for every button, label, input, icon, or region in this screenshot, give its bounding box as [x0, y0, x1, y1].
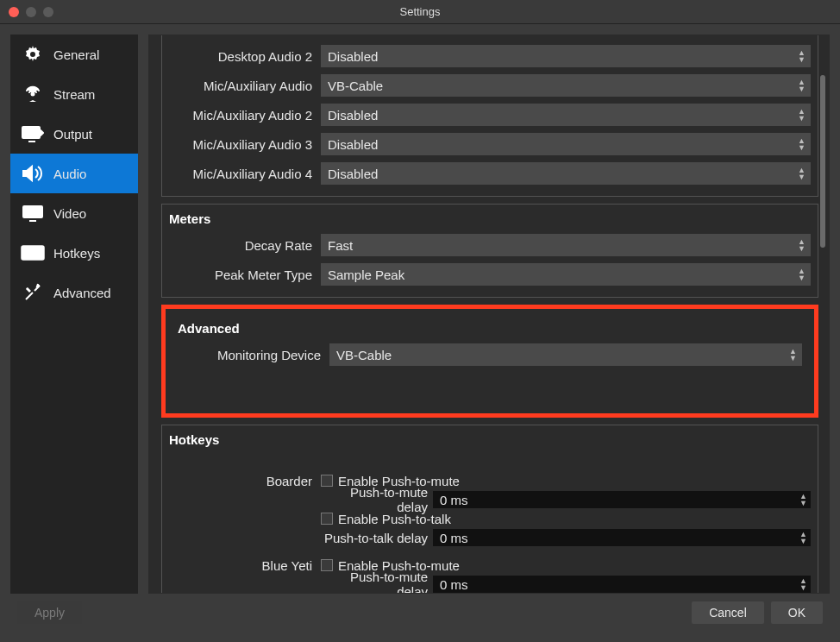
settings-content: Desktop Audio 2 Disabled ▲▼ Mic/Auxiliar… — [148, 35, 830, 594]
sidebar-item-advanced[interactable]: Advanced — [10, 273, 138, 312]
field-label: Desktop Audio 2 — [169, 49, 321, 64]
select-stepper-icon: ▲▼ — [798, 104, 806, 126]
dialog-footer: Apply Cancel OK — [0, 594, 840, 632]
select-stepper-icon: ▲▼ — [798, 234, 806, 256]
svg-point-1 — [29, 51, 36, 58]
spin-value: 0 ms — [440, 493, 468, 507]
titlebar: Settings — [0, 0, 840, 24]
keyboard-icon — [21, 243, 45, 262]
field-label: Push-to-mute delay — [321, 570, 433, 593]
field-label: Push-to-talk delay — [321, 531, 433, 545]
svg-point-2 — [32, 93, 34, 96]
sidebar-item-stream[interactable]: Stream — [10, 74, 138, 114]
mic-aux-audio-3-select[interactable]: Disabled ▲▼ — [321, 133, 811, 155]
spin-value: 0 ms — [440, 531, 468, 545]
mic-aux-audio-2-select[interactable]: Disabled ▲▼ — [321, 104, 811, 126]
svg-rect-13 — [30, 255, 37, 257]
svg-point-10 — [38, 249, 40, 251]
tools-icon — [21, 283, 45, 302]
select-value: Disabled — [328, 167, 378, 181]
settings-sidebar: General Stream Output A — [10, 35, 138, 594]
ok-button[interactable]: OK — [771, 601, 823, 624]
spin-stepper-icon: ▲▼ — [799, 529, 807, 546]
push-to-mute-delay-input[interactable]: 0 ms ▲▼ — [433, 491, 811, 508]
select-stepper-icon: ▲▼ — [789, 343, 797, 366]
hotkeys-group: Hotkeys Boarder Enable Push-to-mute Push… — [161, 425, 818, 593]
field-label: Peak Meter Type — [169, 268, 321, 282]
apply-button[interactable]: Apply — [17, 601, 82, 624]
svg-point-6 — [24, 249, 26, 251]
sidebar-item-label: Video — [53, 206, 86, 221]
svg-point-11 — [24, 253, 26, 255]
svg-point-8 — [31, 249, 33, 251]
push-to-talk-delay-input[interactable]: 0 ms ▲▼ — [433, 529, 811, 546]
sidebar-item-label: Hotkeys — [53, 246, 100, 261]
group-header: Meters — [162, 205, 818, 231]
group-header: Advanced — [171, 314, 809, 341]
sidebar-item-label: Output — [53, 127, 92, 142]
select-stepper-icon: ▲▼ — [798, 133, 806, 155]
decay-rate-select[interactable]: Fast ▲▼ — [321, 234, 811, 256]
spin-stepper-icon: ▲▼ — [799, 576, 807, 593]
field-label: Push-to-mute delay — [321, 485, 433, 514]
select-value: Disabled — [328, 49, 378, 64]
field-label: Decay Rate — [169, 238, 321, 253]
sidebar-item-output[interactable]: Output — [10, 114, 138, 154]
devices-group: Desktop Audio 2 Disabled ▲▼ Mic/Auxiliar… — [161, 35, 818, 197]
select-value: Fast — [328, 238, 353, 253]
sidebar-item-label: Audio — [53, 167, 86, 181]
field-label: Monitoring Device — [178, 348, 329, 362]
field-label: Mic/Auxiliary Audio — [169, 79, 321, 93]
select-value: VB-Cable — [328, 79, 383, 93]
select-value: VB-Cable — [336, 348, 392, 362]
select-stepper-icon: ▲▼ — [798, 162, 806, 185]
spin-stepper-icon: ▲▼ — [799, 491, 807, 508]
hotkey-source-label: Boarder — [169, 474, 321, 488]
select-value: Disabled — [328, 137, 378, 152]
checkbox-label: Enable Push-to-talk — [338, 512, 451, 526]
sidebar-item-general[interactable]: General — [10, 35, 138, 74]
sidebar-item-audio[interactable]: Audio — [10, 154, 138, 193]
svg-point-12 — [28, 253, 29, 255]
sidebar-item-label: Advanced — [53, 286, 111, 300]
sidebar-item-label: Stream — [53, 87, 95, 102]
advanced-group: Advanced Monitoring Device VB-Cable ▲▼ — [166, 309, 814, 413]
spin-value: 0 ms — [440, 577, 468, 592]
push-to-mute-delay-input[interactable]: 0 ms ▲▼ — [433, 576, 811, 593]
field-label: Mic/Auxiliary Audio 4 — [169, 167, 321, 181]
svg-rect-4 — [23, 206, 42, 217]
enable-push-to-talk-checkbox[interactable] — [321, 513, 333, 525]
sidebar-item-label: General — [53, 47, 99, 62]
select-stepper-icon: ▲▼ — [798, 263, 806, 286]
monitoring-device-select[interactable]: VB-Cable ▲▼ — [329, 343, 802, 366]
select-stepper-icon: ▲▼ — [798, 45, 806, 67]
sidebar-item-hotkeys[interactable]: Hotkeys — [10, 233, 138, 273]
monitor-icon — [21, 204, 45, 223]
desktop-audio-2-select[interactable]: Disabled ▲▼ — [321, 45, 811, 67]
window-title: Settings — [0, 5, 840, 18]
svg-point-7 — [28, 249, 29, 251]
broadcast-icon — [21, 85, 45, 104]
field-label: Mic/Auxiliary Audio 3 — [169, 137, 321, 152]
select-value: Disabled — [328, 108, 378, 123]
speaker-icon — [21, 164, 45, 183]
meters-group: Meters Decay Rate Fast ▲▼ Peak Meter Typ… — [161, 204, 818, 298]
select-stepper-icon: ▲▼ — [798, 74, 806, 97]
mic-aux-audio-select[interactable]: VB-Cable ▲▼ — [321, 74, 811, 97]
svg-point-9 — [34, 249, 36, 251]
peak-meter-type-select[interactable]: Sample Peak ▲▼ — [321, 263, 811, 286]
cancel-button[interactable]: Cancel — [692, 601, 764, 624]
select-value: Sample Peak — [328, 268, 404, 282]
gear-icon — [21, 45, 45, 64]
hotkey-source-label: Blue Yeti — [169, 558, 321, 573]
scrollbar-thumb[interactable] — [820, 75, 825, 248]
sidebar-item-video[interactable]: Video — [10, 193, 138, 233]
field-label: Mic/Auxiliary Audio 2 — [169, 108, 321, 123]
group-header: Hotkeys — [162, 425, 818, 452]
advanced-highlight: Advanced Monitoring Device VB-Cable ▲▼ — [161, 305, 818, 418]
mic-aux-audio-4-select[interactable]: Disabled ▲▼ — [321, 162, 811, 185]
monitor-arrow-icon — [21, 124, 45, 143]
